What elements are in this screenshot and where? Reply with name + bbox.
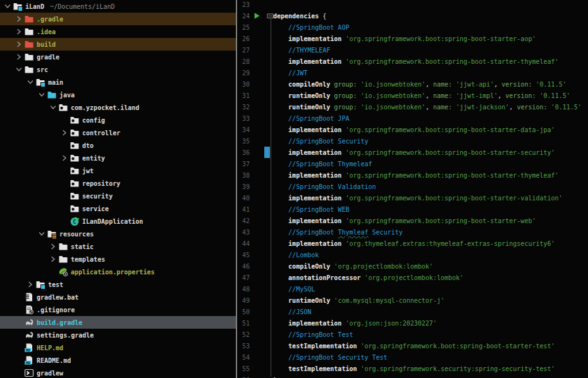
tree-item-gradle[interactable]: gradle: [0, 51, 236, 63]
code-line-46[interactable]: 46 compileOnly 'org.projectlombok:lombok…: [237, 260, 588, 272]
code-line-53[interactable]: 53 testImplementation 'org.springframewo…: [237, 340, 588, 351]
code-text: testImplementation 'org.springframework.…: [273, 343, 555, 350]
tree-item-help-md[interactable]: MDHELP.md: [0, 341, 236, 354]
folder-resources-icon: [47, 229, 57, 239]
gutter: [250, 101, 273, 113]
code-line-24[interactable]: 24dependencies {: [237, 10, 588, 21]
folder-package-icon: [70, 166, 80, 176]
code-line-30[interactable]: 30 compileOnly group: 'io.jsonwebtoken',…: [237, 78, 588, 90]
code-line-38[interactable]: 38 implementation 'org.springframework.b…: [237, 169, 588, 181]
tree-item-dto[interactable]: dto: [0, 139, 236, 152]
tree-item-java[interactable]: java: [0, 88, 236, 101]
code-line-51[interactable]: 51 implementation 'org.json:json:2023022…: [237, 317, 588, 329]
tree-item-build[interactable]: build: [0, 38, 236, 51]
tree-item-config[interactable]: config: [0, 114, 236, 126]
tree-item-repository[interactable]: repository: [0, 177, 236, 190]
chevron-collapsed-icon[interactable]: [59, 128, 70, 138]
line-number: 27: [237, 47, 250, 54]
code-line-42[interactable]: 42 implementation 'org.springframework.b…: [237, 215, 588, 226]
code-text: dependencies {: [273, 13, 326, 20]
code-line-54[interactable]: 54 //SpringBoot Security Test: [237, 351, 588, 363]
chevron-expanded-icon[interactable]: [3, 1, 13, 11]
code-line-28[interactable]: 28 implementation 'org.springframework.b…: [237, 56, 588, 67]
gutter: [250, 90, 273, 101]
code-line-48[interactable]: 48 //MySQL: [237, 283, 588, 295]
tree-item-service[interactable]: service: [0, 202, 236, 215]
code-line-45[interactable]: 45 //Lombok: [237, 249, 588, 260]
code-text: //JWT: [273, 70, 307, 76]
tree-item-build-gradle[interactable]: build.gradle: [0, 316, 236, 329]
chevron-spacer: [14, 368, 24, 378]
code-line-23[interactable]: 23: [237, 0, 588, 10]
tree-item-settings-gradle[interactable]: settings.gradle: [0, 329, 236, 341]
code-line-47[interactable]: 47 annotationProcessor 'org.projectlombo…: [237, 272, 588, 283]
tree-item-templates[interactable]: templates: [0, 253, 236, 265]
tree-item-readme-md[interactable]: MDREADME.md: [0, 354, 236, 367]
code-line-29[interactable]: 29 //JWT: [237, 67, 588, 78]
chevron-collapsed-icon[interactable]: [25, 279, 35, 290]
chevron-collapsed-icon[interactable]: [14, 27, 24, 37]
code-line-43[interactable]: 43 //SpringBoot Thymleaf Security: [237, 226, 588, 238]
code-line-50[interactable]: 50 //JSON: [237, 306, 588, 317]
gutter: [250, 272, 273, 283]
code-line-32[interactable]: 32 runtimeOnly group: 'io.jsonwebtoken',…: [237, 101, 588, 113]
code-text: runtimeOnly group: 'io.jsonwebtoken', na…: [273, 92, 570, 99]
tree-item-gitignore[interactable]: .gitignore: [0, 303, 236, 316]
tree-item-ilandapplication[interactable]: C ILanDApplication: [0, 215, 236, 228]
code-editor[interactable]: 2324dependencies {25 //SpringBoot AOP26 …: [237, 0, 588, 378]
chevron-expanded-icon[interactable]: [48, 102, 58, 113]
tree-item-test[interactable]: test: [0, 278, 236, 291]
tree-item-controller[interactable]: controller: [0, 126, 236, 139]
code-line-41[interactable]: 41 //SpringBoot WEB: [237, 204, 588, 215]
line-number: 40: [237, 195, 250, 202]
code-line-27[interactable]: 27 //THYMELEAF: [237, 44, 588, 56]
chevron-expanded-icon[interactable]: [37, 229, 47, 239]
tree-item-entity[interactable]: entity: [0, 152, 236, 164]
fold-collapse-icon[interactable]: [267, 13, 274, 19]
tree-item-gradlew-bat[interactable]: gradlew.bat: [0, 291, 236, 303]
tree-item-static[interactable]: static: [0, 240, 236, 253]
chevron-expanded-icon[interactable]: [14, 64, 24, 75]
line-number: 51: [237, 320, 250, 327]
code-line-39[interactable]: 39 //SpringBoot Validation: [237, 181, 588, 192]
tree-item-jwt[interactable]: jwt: [0, 164, 236, 177]
tree-item-com-yzpocket-iland[interactable]: com.yzpocket.iland: [0, 101, 236, 114]
tree-item-security[interactable]: security: [0, 190, 236, 202]
code-line-55[interactable]: 55 testImplementation 'org.springframewo…: [237, 363, 588, 374]
code-line-31[interactable]: 31 runtimeOnly group: 'io.jsonwebtoken',…: [237, 90, 588, 101]
tree-item-src[interactable]: src: [0, 63, 236, 76]
code-line-49[interactable]: 49 runtimeOnly 'com.mysql:mysql-connecto…: [237, 295, 588, 306]
code-line-40[interactable]: 40 implementation 'org.springframework.b…: [237, 192, 588, 204]
code-line-36[interactable]: 36 implementation 'org.springframework.b…: [237, 147, 588, 158]
chevron-spacer: [48, 267, 58, 277]
code-line-34[interactable]: 34 implementation 'org.springframework.b…: [237, 124, 588, 135]
chevron-collapsed-icon[interactable]: [14, 39, 24, 49]
code-text: implementation 'org.springframework.boot…: [273, 172, 559, 179]
code-line-44[interactable]: 44 implementation 'org.thymeleaf.extras:…: [237, 238, 588, 249]
tree-item-iland[interactable]: iLanD~/Documents/iLanD: [0, 0, 236, 13]
code-line-33[interactable]: 33 //SpringBoot JPA: [237, 113, 588, 124]
chevron-collapsed-icon[interactable]: [48, 254, 58, 264]
code-line-26[interactable]: 26 implementation 'org.springframework.b…: [237, 33, 588, 44]
code-line-52[interactable]: 52 //SpringBoot Test: [237, 329, 588, 340]
line-number: 49: [237, 297, 250, 304]
tree-item-label: jwt: [82, 168, 94, 174]
run-icon[interactable]: [254, 12, 260, 20]
code-line-37[interactable]: 37 //SpringBoot Thymeleaf: [237, 158, 588, 169]
tree-item-idea[interactable]: .idea: [0, 25, 236, 38]
chevron-expanded-icon[interactable]: [37, 90, 47, 100]
code-text: //THYMELEAF: [273, 47, 330, 54]
tree-item-application-properties[interactable]: application.properties: [0, 265, 236, 278]
code-line-25[interactable]: 25 //SpringBoot AOP: [237, 21, 588, 33]
code-line-35[interactable]: 35 //SpringBoot Security: [237, 135, 588, 147]
tree-item-resources[interactable]: resources: [0, 228, 236, 240]
tree-item-main[interactable]: main: [0, 76, 236, 88]
chevron-collapsed-icon[interactable]: [48, 241, 58, 252]
code-line-56[interactable]: 56}: [237, 374, 588, 378]
chevron-collapsed-icon[interactable]: [14, 52, 24, 62]
chevron-collapsed-icon[interactable]: [59, 153, 70, 163]
chevron-collapsed-icon[interactable]: [14, 14, 24, 24]
tree-item-gradlew[interactable]: gradlew: [0, 367, 236, 378]
tree-item-gradle[interactable]: .gradle: [0, 13, 236, 25]
chevron-expanded-icon[interactable]: [25, 77, 35, 87]
